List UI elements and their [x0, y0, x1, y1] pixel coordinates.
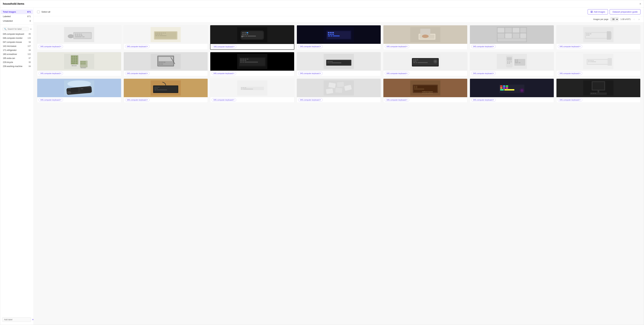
svg-rect-129 [331, 61, 332, 62]
svg-rect-189 [156, 88, 158, 89]
label-item[interactable]: 239.washing-machine 84 [0, 64, 34, 68]
image-card[interactable]: 045.computer-keyboard ▾ [124, 25, 208, 50]
per-page-select[interactable]: 30 60 90 [610, 17, 618, 21]
search-input[interactable] [8, 28, 27, 30]
label-tag[interactable]: 045.computer-keyboard ▾ [125, 72, 150, 75]
svg-rect-177 [68, 89, 69, 89]
sidebar-stat-total[interactable]: Total images 871 [1, 10, 33, 14]
label-count: 107 [28, 45, 31, 47]
card-image [210, 52, 294, 71]
label-tag[interactable]: 045.computer-keyboard ▾ [385, 45, 409, 48]
image-card[interactable]: Mirrored Standard 045.computer-keyboard … [37, 52, 121, 76]
svg-rect-121 [240, 62, 242, 63]
svg-rect-188 [154, 88, 156, 89]
image-card-highlighted[interactable]: 045.computer-keyboard ▾ [210, 25, 294, 50]
select-all-checkbox[interactable] [37, 11, 40, 13]
svg-rect-115 [242, 59, 244, 60]
label-tag[interactable]: 045.computer-keyboard ▾ [385, 98, 409, 102]
image-card[interactable]: 045.computer-keyboard ▾ [37, 79, 121, 103]
image-card[interactable]: 045.computer-keyboard ▾ [383, 25, 468, 50]
label-tag[interactable]: 045.computer-keyboard ▾ [125, 98, 150, 102]
svg-rect-229 [592, 82, 604, 90]
add-label-input[interactable] [2, 317, 31, 322]
svg-rect-13 [82, 37, 84, 37]
label-tag[interactable]: 045.computer-keyboard ▾ [298, 45, 323, 48]
card-image: Mirrored Standard [37, 52, 121, 71]
image-card[interactable]: 045.computer-keyboard ▾ [383, 52, 468, 76]
card-tag: 045.computer-keyboard ▾ [556, 44, 640, 49]
image-card[interactable]: 045.computer-keyboard ▾ [556, 52, 640, 76]
label-tag[interactable]: 045.computer-keyboard ▾ [471, 72, 496, 75]
svg-rect-232 [590, 93, 607, 95]
image-card[interactable]: 045.computer-keyboard ▾ [297, 79, 381, 103]
label-item[interactable]: 195.soda-can 87 [0, 56, 34, 60]
svg-rect-114 [240, 59, 242, 60]
svg-rect-170 [591, 62, 596, 62]
search-box[interactable]: 🔍 [2, 27, 29, 31]
card-image [470, 79, 554, 97]
svg-rect-209 [416, 86, 417, 87]
filter-icon-button[interactable]: ≡ [30, 28, 32, 30]
label-tag[interactable]: 045.computer-keyboard ▾ [298, 98, 323, 102]
label-item[interactable]: 171.refrigerator 84 [0, 48, 34, 52]
svg-rect-149 [507, 62, 508, 62]
card-tag: 045.computer-keyboard ▾ [384, 44, 467, 49]
label-tag[interactable]: 045.computer-keyboard ▾ [558, 98, 582, 102]
label-item[interactable]: 142.microwave 107 [0, 44, 34, 48]
select-all-label[interactable]: Select all [42, 11, 50, 13]
label-tag[interactable]: 045.computer-keyboard ▾ [212, 98, 236, 102]
image-card[interactable]: 045.computer-keyboard ▾ [210, 79, 294, 103]
label-tag[interactable]: 045.computer-keyboard ▾ [212, 72, 236, 75]
svg-rect-81 [71, 56, 73, 58]
add-label-button[interactable]: + [32, 318, 34, 321]
label-tag[interactable]: 045.computer-keyboard ▾ [38, 72, 63, 75]
label-tag[interactable]: 045.computer-keyboard ▾ [471, 45, 496, 48]
label-tag[interactable]: 045.computer-keyboard ▾ [212, 45, 236, 48]
image-card[interactable]: 045.computer-keyboard ▾ [37, 25, 121, 50]
tag-chevron-icon: ▾ [580, 46, 580, 47]
tag-label: 045.computer-keyboard [127, 72, 146, 74]
add-images-button[interactable]: 🖼 Add images [588, 9, 608, 15]
label-tag[interactable]: 045.computer-keyboard ▾ [38, 45, 63, 48]
label-tag[interactable]: 045.computer-keyboard ▾ [471, 98, 496, 102]
svg-point-181 [67, 91, 71, 94]
image-card[interactable]: 045.computer-keyboard ▾ [124, 52, 208, 76]
add-images-icon: 🖼 [590, 11, 593, 13]
label-item[interactable]: 045.computer-keyboard 85 [0, 32, 34, 36]
image-card[interactable]: 045.computer-keyboard ▾ [470, 79, 554, 103]
svg-rect-68 [520, 34, 526, 38]
image-card[interactable]: 045.computer-keyboard ▾ [556, 79, 640, 103]
image-card[interactable]: Traditional Keyboard Touch, Click and Re… [383, 79, 468, 103]
image-card[interactable]: 045.computer-keyboard ▾ [124, 79, 208, 103]
label-item[interactable]: 229.tricycle 95 [0, 60, 34, 64]
tag-label: 045.computer-keyboard [40, 46, 60, 48]
label-tag[interactable]: 045.computer-keyboard ▾ [385, 72, 409, 75]
sidebar-stat-unlabeled[interactable]: Unlabeled 0 [0, 19, 34, 23]
prev-page-button[interactable]: ‹ [632, 18, 636, 21]
svg-text:Mirrored: Mirrored [72, 65, 77, 67]
image-card[interactable]: 045.computer-keyboard ▾ [470, 52, 554, 76]
sidebar-stat-labeled[interactable]: Labeled 871 [0, 14, 34, 19]
label-tag[interactable]: 045.computer-keyboard ▾ [38, 98, 63, 102]
close-button[interactable]: × [639, 2, 641, 5]
image-card[interactable]: 045.computer-keyboard ▾ [297, 25, 381, 50]
dataset-guide-button[interactable]: Dataset preparation guide [610, 9, 640, 15]
image-card[interactable]: 045.computer-keyboard ▾ [210, 52, 294, 76]
label-item[interactable]: 047.computer-mouse 94 [0, 40, 34, 44]
tag-label: 045.computer-keyboard [560, 99, 579, 101]
label-tag[interactable]: 045.computer-keyboard ▾ [558, 45, 582, 48]
next-page-button[interactable]: › [638, 18, 640, 21]
label-tag[interactable]: 045.computer-keyboard ▾ [125, 45, 150, 48]
svg-rect-38 [246, 34, 248, 35]
label-item[interactable]: 180.screwdriver 102 [0, 52, 34, 56]
tag-chevron-icon: ▾ [60, 46, 61, 47]
svg-rect-150 [509, 62, 510, 62]
label-tag[interactable]: 045.computer-keyboard ▾ [298, 72, 323, 75]
card-image [297, 25, 381, 44]
image-card[interactable]: 045.computer-keyboard ▾ [297, 52, 381, 76]
label-item[interactable]: 046.computer-monitor 133 [0, 36, 34, 40]
label-tag[interactable]: 045.computer-keyboard ▾ [558, 72, 582, 75]
svg-rect-186 [156, 87, 158, 88]
image-card[interactable]: 045.computer-keyboard ▾ [470, 25, 554, 50]
image-card[interactable]: 045.computer-keyboard ▾ [556, 25, 640, 50]
